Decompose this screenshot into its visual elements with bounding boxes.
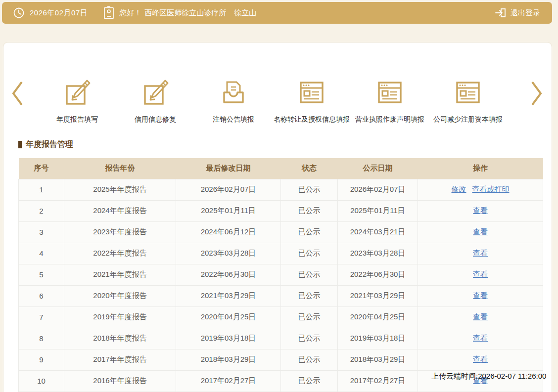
row-publish-date: 2024年03月21日 bbox=[338, 221, 418, 243]
row-status: 已公示 bbox=[281, 179, 338, 200]
table-row: 1 2025年年度报告 2026年02月07日 已公示 2026年02月07日 … bbox=[19, 179, 543, 200]
row-actions: 查看 bbox=[418, 306, 543, 328]
annual-report-table: 序号 报告年份 最后修改日期 状态 公示日期 操作 1 2025年年度报告 20… bbox=[18, 158, 543, 392]
row-publish-date: 2025年01月11日 bbox=[338, 200, 418, 221]
row-actions: 查看 bbox=[418, 200, 543, 221]
row-modified-date: 2017年02月27日 bbox=[176, 370, 281, 392]
carousel-item[interactable]: 营业执照作废声明填报 bbox=[351, 77, 429, 124]
header-actions: 操作 bbox=[418, 158, 543, 179]
edit-icon bbox=[62, 77, 93, 108]
row-status: 已公示 bbox=[281, 243, 338, 264]
view-link[interactable]: 查看 bbox=[473, 249, 488, 257]
row-modified-date: 2026年02月07日 bbox=[176, 179, 281, 200]
table-row: 4 2022年年度报告 2023年03月28日 已公示 2023年03月28日 … bbox=[19, 243, 543, 264]
carousel-item[interactable]: 信用信息修复 bbox=[116, 77, 194, 124]
row-modified-date: 2023年03月28日 bbox=[176, 243, 281, 264]
view-link[interactable]: 查看 bbox=[473, 291, 488, 300]
section-title: 年度报告管理 bbox=[18, 139, 73, 150]
row-report-year: 2017年年度报告 bbox=[64, 349, 176, 370]
chevron-left-icon bbox=[10, 80, 24, 107]
row-publish-date: 2026年02月07日 bbox=[338, 179, 418, 200]
row-status: 已公示 bbox=[281, 370, 338, 392]
row-publish-date: 2022年06月30日 bbox=[338, 264, 418, 285]
carousel-item-label: 营业执照作废声明填报 bbox=[355, 115, 424, 124]
row-status: 已公示 bbox=[281, 264, 338, 285]
topbar: 2026年02月07日 您好！ 西峰区医师徐立山诊疗所 徐立山 退出登录 bbox=[2, 2, 552, 24]
view-link[interactable]: 查看 bbox=[473, 206, 488, 215]
row-report-year: 2019年年度报告 bbox=[64, 306, 176, 328]
logout-label: 退出登录 bbox=[511, 8, 540, 18]
id-card-icon bbox=[103, 6, 114, 20]
report-table-body: 1 2025年年度报告 2026年02月07日 已公示 2026年02月07日 … bbox=[19, 179, 543, 392]
row-report-year: 2022年年度报告 bbox=[64, 243, 176, 264]
table-row: 8 2018年年度报告 2019年03月18日 已公示 2019年03月18日 … bbox=[19, 328, 543, 349]
carousel-item-label: 信用信息修复 bbox=[135, 115, 176, 124]
header-publish-date: 公示日期 bbox=[338, 158, 418, 179]
edit-icon bbox=[140, 77, 171, 108]
topbar-left: 2026年02月07日 您好！ 西峰区医师徐立山诊疗所 徐立山 bbox=[2, 6, 256, 20]
row-status: 已公示 bbox=[281, 349, 338, 370]
row-actions: 查看 bbox=[418, 285, 543, 306]
carousel-item-label: 注销公告填报 bbox=[213, 115, 254, 124]
row-publish-date: 2020年04月25日 bbox=[338, 306, 418, 328]
carousel-prev-button[interactable] bbox=[10, 80, 24, 107]
modify-link[interactable]: 修改 bbox=[452, 185, 466, 193]
logout-button[interactable]: 退出登录 bbox=[494, 7, 552, 19]
row-seq: 9 bbox=[19, 349, 64, 370]
carousel-item-label: 名称转让及授权信息填报 bbox=[274, 115, 350, 124]
row-modified-date: 2020年04月25日 bbox=[176, 306, 281, 328]
view-or-print-link[interactable]: 查看或打印 bbox=[472, 185, 510, 193]
header-seq: 序号 bbox=[19, 158, 64, 179]
carousel-item[interactable]: 名称转让及授权信息填报 bbox=[273, 77, 351, 124]
section-bullet-icon bbox=[18, 141, 22, 148]
carousel-item[interactable]: 年度报告填写 bbox=[38, 77, 116, 124]
row-modified-date: 2018年03月29日 bbox=[176, 349, 281, 370]
carousel-item-label: 年度报告填写 bbox=[56, 115, 98, 124]
carousel-next-button[interactable] bbox=[530, 80, 544, 107]
row-actions: 修改查看或打印 bbox=[418, 179, 543, 200]
row-seq: 5 bbox=[19, 264, 64, 285]
header-report-year: 报告年份 bbox=[64, 158, 176, 179]
row-publish-date: 2023年03月28日 bbox=[338, 243, 418, 264]
table-row: 6 2020年年度报告 2021年03月29日 已公示 2021年03月29日 … bbox=[19, 285, 543, 306]
row-modified-date: 2022年06月30日 bbox=[176, 264, 281, 285]
row-seq: 4 bbox=[19, 243, 64, 264]
row-actions: 查看 bbox=[418, 243, 543, 264]
row-report-year: 2021年年度报告 bbox=[64, 264, 176, 285]
view-link[interactable]: 查看 bbox=[473, 270, 488, 278]
view-link[interactable]: 查看 bbox=[473, 355, 488, 363]
row-actions: 查看 bbox=[418, 328, 543, 349]
carousel-item[interactable]: 公司减少注册资本填报 bbox=[429, 77, 507, 124]
main-card: 年度报告填写 信用信息修复 注销公告填报 名称转让及授权信息填报 bbox=[3, 42, 552, 392]
row-actions: 查看 bbox=[418, 221, 543, 243]
table-row: 9 2017年年度报告 2018年03月29日 已公示 2018年03月29日 … bbox=[19, 349, 543, 370]
row-publish-date: 2018年03月29日 bbox=[338, 349, 418, 370]
row-modified-date: 2019年03月18日 bbox=[176, 328, 281, 349]
carousel-item[interactable]: 注销公告填报 bbox=[194, 77, 273, 124]
row-status: 已公示 bbox=[281, 285, 338, 306]
row-actions: 查看 bbox=[418, 264, 543, 285]
row-seq: 1 bbox=[19, 179, 64, 200]
form-icon bbox=[453, 77, 483, 108]
view-link[interactable]: 查看 bbox=[473, 227, 488, 236]
row-status: 已公示 bbox=[281, 328, 338, 349]
row-status: 已公示 bbox=[281, 221, 338, 243]
row-actions: 查看 bbox=[418, 349, 543, 370]
row-report-year: 2025年年度报告 bbox=[64, 179, 176, 200]
organization-name: 西峰区医师徐立山诊疗所 bbox=[144, 8, 226, 18]
row-seq: 7 bbox=[19, 306, 64, 328]
row-seq: 3 bbox=[19, 221, 64, 243]
table-header-row: 序号 报告年份 最后修改日期 状态 公示日期 操作 bbox=[19, 158, 543, 179]
carousel-items: 年度报告填写 信用信息修复 注销公告填报 名称转让及授权信息填报 bbox=[38, 77, 507, 124]
view-link[interactable]: 查看 bbox=[473, 334, 488, 342]
table-row: 3 2023年年度报告 2024年06月12日 已公示 2024年03月21日 … bbox=[19, 221, 543, 243]
row-publish-date: 2021年03月29日 bbox=[338, 285, 418, 306]
view-link[interactable]: 查看 bbox=[473, 312, 488, 321]
table-row: 5 2021年年度报告 2022年06月30日 已公示 2022年06月30日 … bbox=[19, 264, 543, 285]
row-status: 已公示 bbox=[281, 200, 338, 221]
upload-time-watermark: 上传云端时间:2026-02-07 11:26:00 bbox=[431, 372, 546, 381]
header-modified: 最后修改日期 bbox=[176, 158, 281, 179]
user-name: 徐立山 bbox=[234, 8, 256, 18]
row-publish-date: 2019年03月18日 bbox=[338, 328, 418, 349]
clock-icon bbox=[13, 7, 25, 19]
